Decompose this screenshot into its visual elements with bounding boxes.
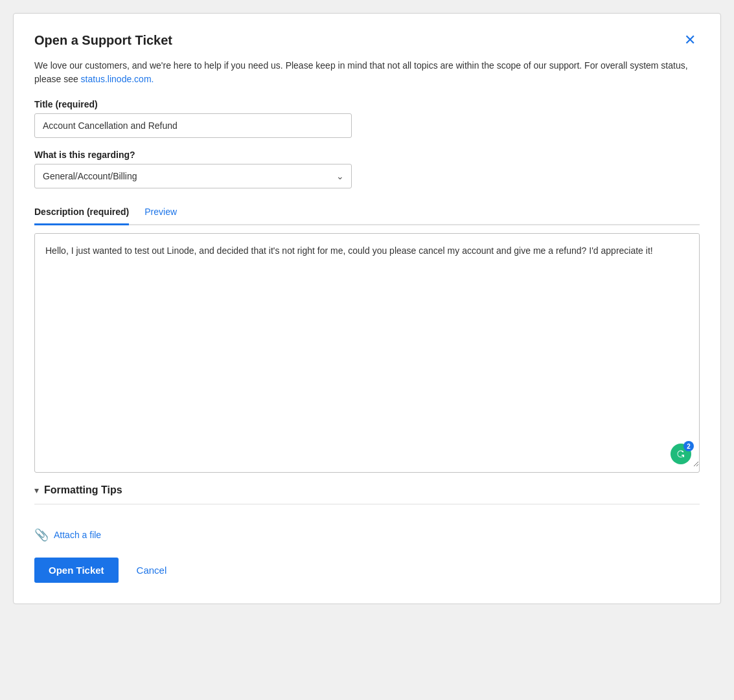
footer-buttons: Open Ticket Cancel <box>34 555 700 583</box>
description-textarea[interactable] <box>35 234 699 467</box>
chevron-down-icon: ▾ <box>34 485 39 495</box>
tab-description[interactable]: Description (required) <box>34 200 129 225</box>
modal-header: Open a Support Ticket ✕ <box>34 32 700 49</box>
close-icon: ✕ <box>684 32 696 48</box>
formatting-tips-label: Formatting Tips <box>44 484 122 496</box>
title-input[interactable] <box>34 113 352 138</box>
divider <box>34 504 700 504</box>
attach-file-button[interactable]: 📎 Attach a file <box>34 517 101 555</box>
modal-description: We love our customers, and we're here to… <box>34 59 700 86</box>
title-form-group: Title (required) <box>34 99 700 138</box>
tabs-bar: Description (required) Preview <box>34 200 700 225</box>
cancel-button[interactable]: Cancel <box>132 558 172 583</box>
support-ticket-modal: Open a Support Ticket ✕ We love our cust… <box>13 13 721 604</box>
regarding-select[interactable]: General/Account/Billing Linode Domains L… <box>34 164 352 188</box>
status-link[interactable]: status.linode.com. <box>81 74 154 84</box>
title-label: Title (required) <box>34 99 700 109</box>
formatting-tips-section[interactable]: ▾ Formatting Tips <box>34 473 700 501</box>
grammarly-widget[interactable]: 2 <box>671 444 691 464</box>
grammarly-badge: 2 <box>671 444 691 464</box>
grammarly-count: 2 <box>683 441 694 451</box>
regarding-form-group: What is this regarding? General/Account/… <box>34 150 700 188</box>
close-button[interactable]: ✕ <box>680 32 700 49</box>
description-area-wrapper: 2 <box>34 233 700 473</box>
attach-file-label: Attach a file <box>54 530 101 540</box>
regarding-select-wrapper: General/Account/Billing Linode Domains L… <box>34 164 352 188</box>
paperclip-icon: 📎 <box>34 528 49 542</box>
tab-preview[interactable]: Preview <box>144 200 177 225</box>
modal-title: Open a Support Ticket <box>34 33 172 48</box>
open-ticket-button[interactable]: Open Ticket <box>34 558 119 583</box>
tabs-section: Description (required) Preview 2 <box>34 200 700 473</box>
regarding-label: What is this regarding? <box>34 150 700 160</box>
